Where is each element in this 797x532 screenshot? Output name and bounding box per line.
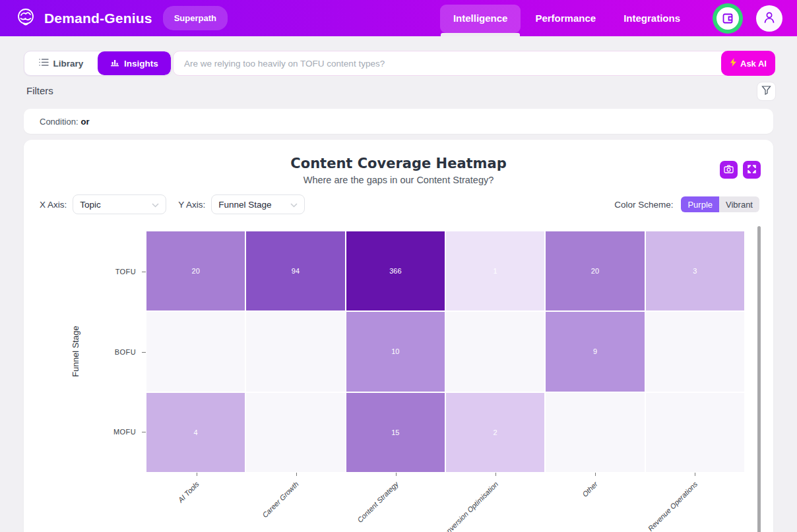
list-icon <box>39 58 49 69</box>
avatar[interactable] <box>756 5 782 32</box>
y-tick-label: MOFU <box>113 428 136 436</box>
y-tick-mark <box>142 432 146 432</box>
scheme-option-purple[interactable]: Purple <box>681 196 719 212</box>
expand-icon <box>748 165 756 175</box>
app-header: Demand-Genius Superpath Intelligence Per… <box>0 0 797 36</box>
search-input[interactable] <box>173 51 775 76</box>
y-axis-labels: TOFUBOFUMOFU <box>24 231 146 472</box>
heatmap-grid: 209436612031094152 <box>146 231 744 472</box>
heatmap-cell[interactable] <box>446 312 544 391</box>
x-axis-select[interactable]: Topic <box>73 194 166 214</box>
heatmap-cell[interactable]: 10 <box>346 312 445 391</box>
panel-button[interactable] <box>713 3 743 34</box>
app-title: Demand-Genius <box>44 11 152 26</box>
x-tick-mark <box>396 473 397 476</box>
color-scheme-label: Color Scheme: <box>614 200 673 210</box>
condition-chip[interactable]: Condition: or <box>24 109 773 134</box>
x-axis-labels: AI ToolsCareer GrowthContent StrategyCon… <box>146 472 744 532</box>
toolbar: Library Insights Ask AI <box>24 51 775 76</box>
heatmap-cell[interactable]: 20 <box>546 231 644 310</box>
nav-tab-intelligence[interactable]: Intelligence <box>439 0 522 36</box>
insights-toggle[interactable]: Insights <box>98 51 171 75</box>
y-tick-label: BOFU <box>115 348 136 356</box>
chart-scrollbar[interactable] <box>757 226 761 532</box>
heatmap-cell[interactable]: 94 <box>246 231 344 310</box>
app-logo: Demand-Genius <box>15 6 152 31</box>
panel-icon <box>717 7 739 30</box>
view-toggle: Library Insights <box>24 51 172 76</box>
x-axis-select-label: X Axis: <box>40 200 67 210</box>
chart-controls: X Axis: Topic Y Axis: Funnel Stage Color… <box>40 194 759 214</box>
x-tick-label: Other <box>581 480 599 498</box>
main-nav: Intelligence Performance Integrations <box>439 0 694 36</box>
ask-ai-button[interactable]: Ask AI <box>721 51 775 76</box>
heatmap-cell[interactable] <box>646 312 744 391</box>
brain-icon <box>15 6 37 31</box>
nav-tab-integrations[interactable]: Integrations <box>610 0 694 36</box>
x-tick-label: Conversion Optimisation <box>438 480 499 532</box>
heatmap-cell[interactable]: 15 <box>346 393 445 472</box>
heatmap-cell[interactable] <box>246 312 344 391</box>
chevron-down-icon <box>152 200 159 210</box>
color-scheme-toggle: Purple Vibrant <box>681 196 759 212</box>
y-axis-select[interactable]: Funnel Stage <box>211 194 305 214</box>
heatmap-cell[interactable] <box>246 393 344 472</box>
heatmap-cell[interactable]: 2 <box>446 393 544 472</box>
heatmap-cell[interactable]: 9 <box>546 312 644 391</box>
camera-icon <box>724 165 734 175</box>
chart-subtitle: Where are the gaps in our Content Strate… <box>24 175 773 185</box>
chart-title: Content Coverage Heatmap <box>24 140 773 171</box>
x-tick-label: Career Growth <box>261 480 300 519</box>
x-tick-mark <box>695 473 695 476</box>
nav-tab-performance[interactable]: Performance <box>521 0 610 36</box>
chevron-down-icon <box>290 200 298 210</box>
heatmap-cell[interactable]: 3 <box>646 231 744 310</box>
heatmap-cell[interactable]: 366 <box>346 231 445 310</box>
user-icon <box>762 10 777 27</box>
lightning-bolt-icon <box>730 58 737 69</box>
x-tick-mark <box>197 473 197 476</box>
bar-chart-icon <box>110 58 119 69</box>
heatmap-cell[interactable]: 20 <box>146 231 245 310</box>
heatmap-cell[interactable] <box>646 393 744 472</box>
y-tick-mark <box>142 272 146 272</box>
filters-heading: Filters <box>26 85 53 96</box>
superpath-badge: Superpath <box>163 6 228 30</box>
y-axis-select-label: Y Axis: <box>178 200 205 210</box>
scheme-option-vibrant[interactable]: Vibrant <box>719 196 759 212</box>
x-tick-mark <box>495 473 496 476</box>
y-tick-label: TOFU <box>115 268 136 276</box>
funnel-icon <box>761 85 771 98</box>
search-bar: Ask AI <box>173 51 775 76</box>
x-tick-mark <box>595 473 596 476</box>
chart-card: Content Coverage Heatmap Where are the g… <box>24 140 773 532</box>
heatmap-cell[interactable] <box>546 393 644 472</box>
x-tick-mark <box>296 473 297 476</box>
x-tick-label: AI Tools <box>177 480 201 504</box>
heatmap-cell[interactable]: 1 <box>446 231 544 310</box>
snapshot-button[interactable] <box>720 161 738 179</box>
heatmap-cell[interactable]: 4 <box>146 393 245 472</box>
filter-button[interactable] <box>757 82 776 101</box>
expand-button[interactable] <box>743 161 761 179</box>
y-tick-mark <box>142 352 146 353</box>
heatmap-cell[interactable] <box>146 312 245 391</box>
library-toggle[interactable]: Library <box>24 51 98 75</box>
x-tick-label: Revenue Operations <box>646 480 699 532</box>
x-tick-label: Content Strategy <box>356 480 400 524</box>
